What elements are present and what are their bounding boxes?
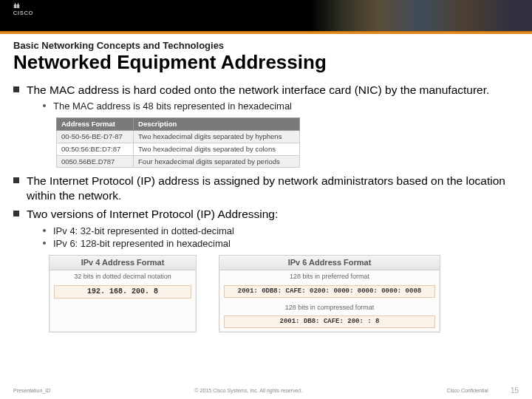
mac-th-desc: Description (134, 117, 300, 130)
subbullet-ipv4: IPv 4: 32-bit represented in dotted-deci… (43, 225, 519, 238)
bullet-ip-assigned: The Internet Protocol (IP) address is as… (13, 174, 519, 202)
ipv6-example1: 2001: 0DB8: CAFE: 0200: 0000: 0000: 0000… (224, 285, 435, 298)
table-row: 0050.56BE.D787 Four hexadecimal digits s… (57, 155, 300, 168)
ipv6-sub1: 128 bits in preferred format (219, 270, 440, 283)
ipv6-card: IPv 6 Address Format 128 bits in preferr… (219, 255, 440, 333)
bullet-list: The MAC address is hard coded onto the n… (13, 83, 519, 332)
header-bar: ılıılı CISCO (0, 0, 532, 31)
brand-logo: ılıılı CISCO (0, 0, 33, 16)
slide-content: Basic Networking Concepts and Technologi… (0, 34, 532, 332)
slide-title: Networked Equipment Addressing (13, 51, 519, 74)
ipv4-example: 192. 168. 200. 8 (54, 285, 191, 299)
mac-format-table: Address Format Description 00-50-56-BE-D… (56, 117, 300, 168)
footer-copyright: © 2015 Cisco Systems, Inc. All rights re… (50, 388, 446, 393)
subbullet-mac-bits: The MAC address is 48 bits represented i… (43, 100, 519, 113)
cisco-bars-icon: ılıılı (13, 3, 33, 10)
table-row: 00-50-56-BE-D7-87 Two hexadecimal digits… (57, 130, 300, 143)
page-number: 15 (511, 386, 519, 395)
address-format-cards: IPv 4 Address Format 32 bits in dotted d… (49, 255, 519, 333)
footer-confidential: Cisco Confidential (446, 388, 488, 393)
brand-text: CISCO (13, 10, 33, 16)
bullet-ip-versions-text: Two versions of Internet Protocol (IP) A… (27, 208, 278, 220)
ipv6-example2: 2001: DB8: CAFE: 200: : 8 (224, 316, 435, 328)
slide-pretitle: Basic Networking Concepts and Technologi… (13, 40, 519, 51)
footer: Presentation_ID © 2015 Cisco Systems, In… (0, 386, 532, 395)
ipv4-card: IPv 4 Address Format 32 bits in dotted d… (49, 255, 197, 333)
bullet-ip-versions: Two versions of Internet Protocol (IP) A… (13, 207, 519, 332)
bullet-mac: The MAC address is hard coded onto the n… (13, 83, 519, 168)
ipv6-sub2: 128 bits in compressed format (219, 301, 440, 314)
mac-th-format: Address Format (57, 117, 134, 130)
footer-left: Presentation_ID (13, 388, 50, 393)
ipv6-card-title: IPv 6 Address Format (219, 256, 440, 271)
table-row: 00:50:56:BE:D7:87 Two hexadecimal digits… (57, 143, 300, 155)
ipv4-card-title: IPv 4 Address Format (50, 256, 196, 271)
subbullet-ipv6: IPv 6: 128-bit represented in hexadecima… (43, 237, 519, 250)
ipv4-card-sub: 32 bits in dotted decimal notation (50, 270, 196, 283)
header-photo-strip (310, 0, 532, 31)
bullet-mac-text: The MAC address is hard coded onto the n… (27, 83, 489, 96)
